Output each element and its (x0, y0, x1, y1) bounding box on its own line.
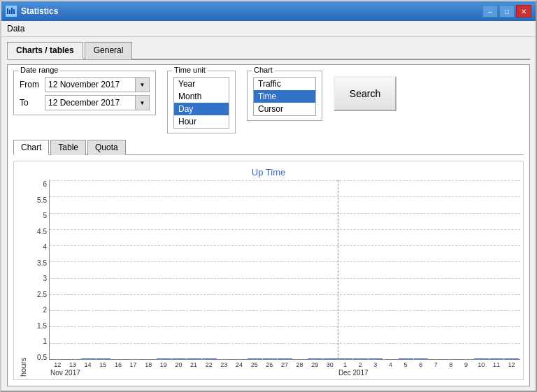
x-label: 26 (262, 361, 277, 368)
bar-group (474, 358, 489, 359)
minimize-button[interactable]: – (482, 5, 498, 17)
month-separator-line (338, 180, 338, 359)
time-unit-group: Time unit Year Month Day Hour (167, 71, 236, 133)
bar-group (368, 358, 383, 359)
bar (338, 358, 353, 359)
bar (278, 358, 292, 359)
menu-data[interactable]: Data (7, 24, 24, 34)
from-input[interactable] (45, 77, 136, 92)
x-label: 20 (171, 361, 186, 368)
title-bar-left: Statistics (6, 6, 58, 17)
bar-group (157, 358, 171, 359)
bar-group (187, 358, 201, 359)
bars-area (49, 180, 520, 360)
bar (187, 358, 201, 359)
bar-group (308, 358, 322, 359)
tab-quota[interactable]: Quota (87, 140, 126, 155)
from-label: From (20, 80, 41, 89)
bar (353, 358, 368, 359)
time-unit-label: Time unit (172, 66, 208, 74)
y-tick: 2 (43, 306, 47, 314)
x-label: 22 (201, 361, 216, 368)
from-calendar-button[interactable]: ▼ (136, 77, 150, 92)
svg-rect-3 (13, 9, 15, 14)
maximize-button[interactable]: □ (499, 5, 515, 17)
chart-type-traffic[interactable]: Traffic (254, 78, 315, 90)
tab-table[interactable]: Table (50, 140, 86, 155)
time-unit-hour[interactable]: Hour (174, 115, 229, 128)
x-label: 23 (217, 361, 231, 368)
x-label: 28 (292, 361, 307, 368)
close-button[interactable]: ✕ (516, 5, 531, 17)
x-label: 5 (399, 361, 413, 368)
app-icon (6, 6, 17, 17)
x-label: 8 (444, 361, 459, 368)
y-tick: 3 (43, 275, 47, 282)
main-window: Statistics – □ ✕ Data Charts / tables Ge… (0, 0, 537, 392)
bar-group (202, 358, 217, 359)
month-label-nov: Nov 2017 (50, 369, 338, 377)
svg-rect-2 (11, 8, 13, 14)
chart-plot: 1213141516171819202122232425262728293012… (49, 180, 520, 377)
to-input[interactable] (45, 95, 136, 110)
x-label: 15 (96, 361, 110, 368)
x-label: 14 (80, 361, 95, 368)
bar (248, 358, 262, 359)
x-axis: 1213141516171819202122232425262728293012… (49, 361, 520, 368)
tab-chart[interactable]: Chart (13, 140, 49, 155)
bar-group (263, 358, 278, 359)
month-label-dec: Dec 2017 (338, 369, 520, 377)
from-row: From ▼ (20, 77, 150, 92)
time-unit-day[interactable]: Day (174, 103, 229, 115)
x-label: 4 (383, 361, 398, 368)
x-label: 16 (111, 361, 126, 368)
chart-type-time[interactable]: Time (254, 90, 315, 103)
svg-rect-0 (7, 8, 8, 14)
bar (368, 358, 383, 359)
x-label: 29 (308, 361, 322, 368)
month-labels: Nov 2017Dec 2017 (49, 369, 520, 377)
bar (504, 358, 519, 359)
time-unit-month[interactable]: Month (174, 90, 229, 103)
y-tick: 4 (43, 243, 47, 251)
tab-charts-tables[interactable]: Charts / tables (7, 42, 83, 59)
bar-group (278, 358, 292, 359)
x-label: 9 (459, 361, 473, 368)
bar (96, 358, 111, 359)
search-button[interactable]: Search (334, 76, 396, 111)
time-unit-year[interactable]: Year (174, 78, 229, 90)
y-axis: 65.554.543.532.521.510.5 (28, 180, 49, 377)
from-field-wrapper: ▼ (45, 77, 150, 92)
chart-type-group: Chart Traffic Time Cursor (247, 71, 322, 121)
bar (172, 358, 187, 359)
x-label: 25 (247, 361, 262, 368)
tab-general[interactable]: General (85, 42, 133, 59)
y-tick: 1.5 (37, 322, 47, 330)
bar-group (172, 358, 187, 359)
chart-title: Up Time (17, 167, 520, 177)
bar (308, 358, 322, 359)
to-row: To ▼ (20, 95, 150, 110)
chart-container: Up Time hours 65.554.543.532.521.510.5 1… (13, 161, 524, 380)
menu-bar: Data (1, 21, 536, 37)
y-tick: 6 (43, 180, 47, 188)
bar (202, 358, 217, 359)
grid-line (50, 359, 520, 360)
x-labels: 1213141516171819202122232425262728293012… (49, 361, 520, 368)
to-label: To (20, 98, 41, 108)
chart-type-cursor[interactable]: Cursor (254, 103, 315, 115)
bar-group (81, 358, 96, 359)
chart-type-label: Chart (252, 66, 275, 74)
x-label: 10 (474, 361, 489, 368)
bar-group (96, 358, 111, 359)
time-unit-listbox: Year Month Day Hour (173, 77, 229, 129)
to-calendar-button[interactable]: ▼ (136, 95, 150, 110)
inner-tab-bar: Chart Table Quota (13, 139, 524, 155)
bar (157, 358, 171, 359)
x-label: 6 (413, 361, 428, 368)
bar (489, 358, 504, 359)
x-label: 12 (504, 361, 519, 368)
x-label: 30 (323, 361, 338, 368)
x-label: 12 (50, 361, 65, 368)
x-label: 17 (126, 361, 141, 368)
